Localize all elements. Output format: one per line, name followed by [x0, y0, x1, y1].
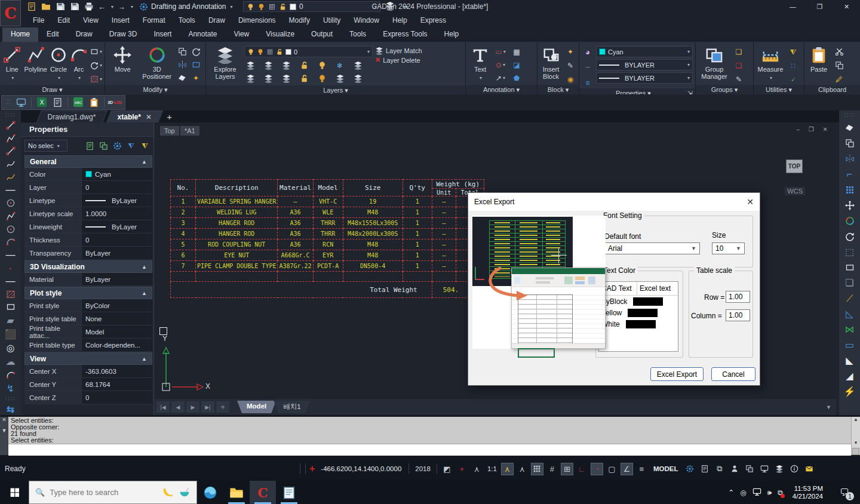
linetype-icon[interactable]: ┄: [582, 62, 594, 73]
minimize-button[interactable]: —: [779, 0, 806, 13]
ribbon-tab-home[interactable]: Home: [2, 27, 38, 42]
toolbar-grip[interactable]: ⁚⁚: [7, 100, 11, 105]
clipboard-export-icon[interactable]: [88, 97, 99, 108]
taskbar-clock[interactable]: 11:53 PM 4/21/2024: [793, 485, 823, 500]
workspace-switch-icon[interactable]: ⧉: [713, 463, 726, 475]
array-tool-icon[interactable]: [843, 184, 857, 195]
linetype-combo[interactable]: BYLAYER▾: [596, 59, 693, 70]
line2-tool-icon[interactable]: —: [4, 250, 18, 260]
measure-button[interactable]: Measure▾: [756, 44, 785, 83]
line-tool-icon[interactable]: [4, 120, 18, 131]
line-button[interactable]: Line▾: [2, 44, 22, 83]
prev-layout-button[interactable]: ◀: [171, 401, 185, 413]
layer-off-button[interactable]: [316, 73, 328, 84]
prop-row-print-style[interactable]: Print styleByColor: [24, 299, 152, 312]
create-block-button[interactable]: ✦: [564, 46, 576, 57]
swap-tool-icon[interactable]: ⇆: [4, 404, 18, 415]
prop-row-linetype-scale[interactable]: Linetype scale1.0000: [24, 207, 152, 220]
cancel-button[interactable]: Cancel: [711, 367, 755, 381]
lineweight-icon[interactable]: ≡: [582, 77, 594, 88]
abc-excel-icon[interactable]: ABC: [73, 97, 84, 108]
restore-button[interactable]: ❐: [806, 0, 833, 13]
move-tool-icon[interactable]: [843, 199, 857, 211]
region-tool-icon[interactable]: ▰: [4, 315, 18, 326]
leader-tool-icon[interactable]: ↯: [4, 383, 18, 394]
view-cube[interactable]: TOP: [786, 159, 803, 173]
edit-table-icon[interactable]: [52, 97, 63, 108]
clean-screen-icon[interactable]: [758, 463, 770, 475]
offset-button[interactable]: [190, 59, 202, 70]
new-drawing-icon[interactable]: [26, 2, 36, 12]
layer-walk-button[interactable]: [352, 60, 364, 71]
model-space-button[interactable]: MODEL: [653, 465, 678, 472]
next-layout-button[interactable]: ▶: [186, 401, 199, 413]
dialog-close-icon[interactable]: ✕: [747, 197, 754, 207]
layer-lock-button[interactable]: [298, 60, 310, 71]
prop-row-layer[interactable]: Layer0: [24, 181, 152, 194]
taskbar-notepad[interactable]: [276, 481, 302, 504]
explode-tool-icon[interactable]: ⚡: [843, 386, 857, 397]
grid-toggle-icon[interactable]: #: [546, 463, 558, 475]
column-scale-input[interactable]: 1.00: [726, 309, 750, 321]
last-layout-button[interactable]: ▶|: [201, 401, 214, 413]
menu-file[interactable]: File: [26, 14, 51, 27]
layer-thaw-button[interactable]: [280, 73, 292, 84]
annotation-scale-chip[interactable]: *A1: [180, 126, 199, 136]
ellipse-tool-icon[interactable]: [4, 224, 18, 235]
arc-mode-icon[interactable]: ◔: [591, 463, 603, 475]
save-icon[interactable]: [55, 2, 65, 12]
menu-tools[interactable]: Tools: [172, 14, 202, 27]
ribbon-tab-view[interactable]: View: [225, 27, 257, 42]
grid-snap-icon[interactable]: +: [456, 463, 468, 475]
ribbon-tab-express-tools[interactable]: Express Tools: [374, 27, 435, 42]
layer-match-button[interactable]: Layer Match: [375, 47, 422, 55]
layer-delete-button[interactable]: ✕Layer Delete: [375, 56, 422, 64]
blend-tool-icon[interactable]: ⋈: [843, 324, 857, 335]
first-layout-button[interactable]: |◀: [156, 401, 170, 413]
menu-express[interactable]: Express: [414, 14, 453, 27]
dialog-title-bar[interactable]: Excel Export ✕: [468, 193, 760, 211]
corner2-tool-icon[interactable]: ◢: [843, 370, 857, 382]
circle-button[interactable]: Circle▾: [50, 44, 67, 83]
point-tool-icon[interactable]: ▪: [4, 263, 18, 273]
attach-button[interactable]: ◉: [564, 73, 576, 85]
prop-row-material[interactable]: MaterialByLayer: [24, 273, 152, 286]
utilities-group-label[interactable]: Utilities ▾: [754, 85, 804, 94]
pedit-tool-icon[interactable]: ⌐: [843, 168, 857, 180]
layer-unlock-button[interactable]: [298, 73, 310, 84]
draw-group-label[interactable]: Draw ▾: [0, 85, 105, 94]
prop-row-color[interactable]: ColorCyan: [24, 168, 152, 181]
table-button[interactable]: ▦: [511, 46, 523, 57]
doc-tab-xtable[interactable]: xtable*✕: [106, 110, 164, 122]
menu-window[interactable]: Window: [347, 14, 386, 27]
size-combo[interactable]: 10▼: [712, 242, 745, 254]
viewport-icon[interactable]: ▢: [606, 463, 618, 475]
groups-group-label[interactable]: Groups ▾: [696, 85, 753, 94]
image-export-icon[interactable]: [16, 97, 26, 108]
box-tool-icon[interactable]: ▭: [843, 339, 857, 351]
hatch-button[interactable]: ▾: [90, 73, 102, 85]
color-row-byblock[interactable]: ByBlock: [599, 296, 678, 307]
polar-tracking-icon[interactable]: ⋏: [471, 463, 483, 475]
quick-select-button[interactable]: ⧨: [787, 46, 799, 57]
align-tool-icon[interactable]: ❏: [843, 277, 857, 288]
rotate-tool-icon[interactable]: [843, 231, 857, 242]
etrack-toggle-icon[interactable]: ⋏: [516, 463, 529, 475]
layout-list-dropdown-icon[interactable]: ▼: [826, 404, 831, 410]
redo-dropdown-icon[interactable]: ▾: [131, 4, 133, 10]
command-history[interactable]: Select entities: Opposite corner: 21 fou…: [8, 417, 851, 444]
donut-tool-icon[interactable]: ◎: [4, 342, 18, 354]
prop-row-transparency[interactable]: TransparencyByLayer: [24, 247, 152, 260]
modify-group-label[interactable]: Modify ▾: [105, 85, 205, 94]
copy-button[interactable]: [176, 46, 188, 57]
block-group-label[interactable]: Block ▾: [538, 85, 579, 94]
layer-on-button[interactable]: [316, 60, 328, 71]
taskbar-explorer[interactable]: [223, 481, 250, 504]
drawing-window-controls[interactable]: – ❐ ✕: [797, 126, 831, 133]
ribbon-layer-combo[interactable]: 0 ▾: [244, 46, 373, 57]
network-icon[interactable]: [752, 487, 761, 498]
close-button[interactable]: ✕: [833, 0, 860, 13]
explore-layers-quick-icon[interactable]: [385, 1, 395, 13]
group-edit-button[interactable]: ✎: [733, 73, 745, 85]
layer-freeze-button[interactable]: [280, 60, 292, 71]
